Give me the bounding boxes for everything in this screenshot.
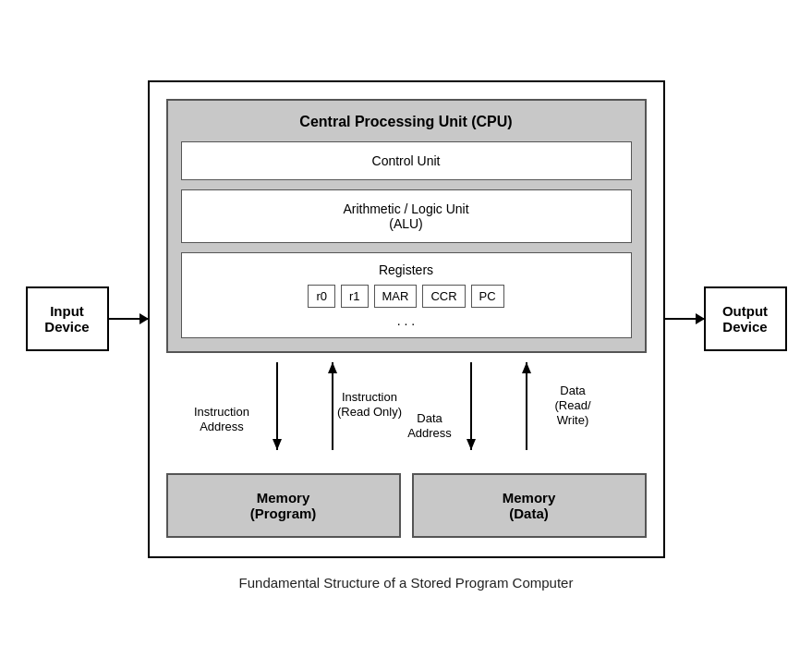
svg-text:Write): Write) <box>556 413 588 427</box>
diagram-area: Input Device Central Processing Unit (CP… <box>9 80 804 558</box>
reg-mar: MAR <box>374 285 418 308</box>
registers-box: Registers r0 r1 MAR CCR PC . . . <box>181 252 632 338</box>
diagram-wrapper: Input Device Central Processing Unit (CP… <box>9 80 804 591</box>
output-arrow <box>665 318 704 320</box>
output-device-box: Output Device <box>704 286 787 351</box>
reg-r0: r0 <box>308 285 335 308</box>
svg-text:Instruction: Instruction <box>194 405 249 419</box>
cpu-box: Central Processing Unit (CPU) Control Un… <box>166 99 647 353</box>
input-arrow <box>109 318 148 320</box>
svg-marker-3 <box>328 362 337 373</box>
main-box: Central Processing Unit (CPU) Control Un… <box>148 80 665 558</box>
output-device-label: Output Device <box>722 303 768 335</box>
svg-marker-5 <box>467 439 476 450</box>
reg-pc: PC <box>471 285 504 308</box>
cpu-title: Central Processing Unit (CPU) <box>181 114 632 130</box>
input-arrow-line <box>109 318 148 320</box>
register-items: r0 r1 MAR CCR PC <box>189 285 624 308</box>
registers-title: Registers <box>189 262 624 277</box>
alu-label: Arithmetic / Logic Unit (ALU) <box>343 201 468 231</box>
memory-program-label: Memory (Program) <box>250 490 317 521</box>
alu-box: Arithmetic / Logic Unit (ALU) <box>181 189 632 243</box>
input-device-box: Input Device <box>26 286 109 351</box>
svg-text:Data: Data <box>560 384 586 397</box>
memory-program-box: Memory (Program) <box>166 473 401 538</box>
memory-row: Memory (Program) Memory (Data) <box>166 473 647 538</box>
svg-marker-1 <box>273 439 282 450</box>
svg-text:Data: Data <box>417 411 442 425</box>
register-dots: . . . <box>189 313 624 328</box>
arrows-svg: Instruction Address Instruction (Read On… <box>166 353 647 473</box>
reg-r1: r1 <box>341 285 369 308</box>
reg-ccr: CCR <box>422 285 465 308</box>
control-unit-box: Control Unit <box>181 141 632 180</box>
svg-text:(Read/: (Read/ <box>554 398 590 412</box>
arrows-section: Instruction Address Instruction (Read On… <box>166 353 647 473</box>
svg-text:Address: Address <box>200 420 244 433</box>
svg-text:Instruction: Instruction <box>342 390 397 404</box>
svg-marker-7 <box>522 362 531 373</box>
diagram-caption: Fundamental Structure of a Stored Progra… <box>239 575 574 591</box>
svg-text:(Read Only): (Read Only) <box>336 405 401 419</box>
main-inner: Central Processing Unit (CPU) Control Un… <box>166 99 647 538</box>
svg-text:Address: Address <box>407 426 452 440</box>
memory-data-box: Memory (Data) <box>412 473 647 538</box>
control-unit-label: Control Unit <box>372 153 441 168</box>
output-arrow-line <box>665 318 704 320</box>
memory-data-label: Memory (Data) <box>503 490 556 521</box>
input-device-label: Input Device <box>44 303 89 335</box>
